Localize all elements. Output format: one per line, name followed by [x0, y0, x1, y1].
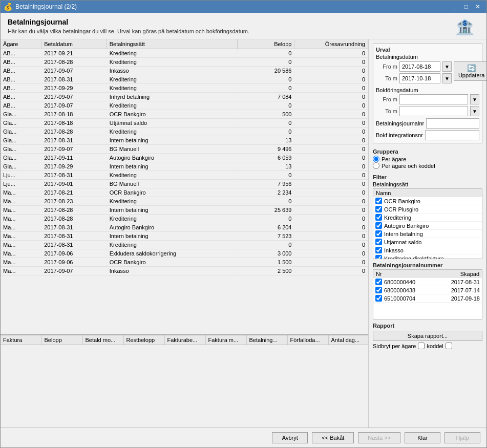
- nästa-button[interactable]: Nästa >>: [358, 432, 400, 443]
- cell-oresavrundning: 0: [294, 206, 368, 215]
- table-row[interactable]: Gla... 2017-08-28 Kreditering 0 0: [1, 127, 368, 136]
- cell-agare: AB...: [1, 93, 41, 101]
- cell-betalningssatt: Kreditering: [107, 58, 237, 67]
- table-row[interactable]: AB... 2017-08-28 Kreditering 0 0: [1, 58, 368, 67]
- betalningsdatum-tom-dropdown[interactable]: ▼: [442, 73, 452, 83]
- table-row[interactable]: AB... 2017-09-07 Kreditering 0 0: [1, 101, 368, 110]
- table-row[interactable]: Ma... 2017-08-31 Kreditering 0 0: [1, 241, 368, 249]
- table-row[interactable]: Ma... 2017-09-07 Inkasso 2 500 0: [1, 267, 368, 275]
- table-row[interactable]: Ma... 2017-08-31 Intern betalning 7 523 …: [1, 232, 368, 241]
- close-button[interactable]: ✕: [472, 3, 483, 10]
- cell-betalningssatt: Kreditering: [107, 215, 237, 223]
- table-row[interactable]: Gla... 2017-08-18 Utjämnat saldo 0 0: [1, 119, 368, 127]
- avbryt-button[interactable]: Avbryt: [272, 432, 308, 443]
- bokforingsdatum-from-input[interactable]: [399, 94, 468, 104]
- cell-betalningssatt: OCR Bankgiro: [107, 110, 237, 119]
- filter-item-checkbox[interactable]: [375, 255, 382, 259]
- cell-oresavrundning: 0: [294, 197, 368, 206]
- cell-agare: AB...: [1, 101, 41, 110]
- bokforingsdatum-tom-dropdown[interactable]: ▼: [470, 106, 479, 116]
- cell-belopp: 0: [237, 75, 294, 84]
- betalningsdatum-label: Betalningsdatum: [376, 54, 479, 60]
- cell-agare: Ma...: [1, 206, 41, 215]
- betalningsjournalnr-label: Betalningsjournalnr: [376, 120, 424, 126]
- cell-betaldatum: 2017-09-07: [41, 93, 107, 101]
- koddel-checkbox[interactable]: [446, 343, 452, 349]
- bakåt-button[interactable]: << Bakåt: [312, 432, 354, 443]
- betalningssatt-filter-label: Betalningssätt: [373, 181, 482, 187]
- bolfintegrationsnr-input[interactable]: [425, 130, 479, 140]
- update-btn-label: Uppdatera: [458, 72, 484, 78]
- table-row[interactable]: Ma... 2017-08-23 Kreditering 0 0: [1, 197, 368, 206]
- cell-betaldatum: 2017-08-31: [41, 223, 107, 232]
- table-row[interactable]: Gla... 2017-08-31 Intern betalning 13 0: [1, 136, 368, 145]
- cell-oresavrundning: 0: [294, 101, 368, 110]
- col-betalningssatt: Betalningssätt: [107, 39, 237, 49]
- cell-betaldatum: 2017-09-29: [41, 84, 107, 93]
- table-row[interactable]: Gla... 2017-08-18 OCR Bankgiro 500 0: [1, 110, 368, 119]
- table-row[interactable]: AB... 2017-09-07 Inkasso 20 586 0: [1, 67, 368, 75]
- gruppera-per-agare-radio[interactable]: [373, 156, 379, 162]
- update-button[interactable]: 🔄 Uppdatera: [454, 61, 486, 81]
- betalningsjournalnr-input[interactable]: [426, 118, 479, 129]
- cell-oresavrundning: 0: [294, 119, 368, 127]
- table-row[interactable]: Lju... 2017-09-01 BG Manuell 7 956 0: [1, 180, 368, 188]
- skapa-rapport-button[interactable]: Skapa rapport...: [373, 331, 482, 341]
- table-row[interactable]: AB... 2017-09-07 Inhyrd betalning 7 084 …: [1, 93, 368, 101]
- filter-item-checkbox[interactable]: [375, 247, 382, 253]
- gruppera-per-agare-koddel-radio[interactable]: [373, 162, 379, 169]
- cell-agare: Lju...: [1, 171, 41, 180]
- cell-agare: Gla...: [1, 154, 41, 162]
- betalningsdatum-tom-input[interactable]: [399, 73, 440, 83]
- table-row[interactable]: Gla... 2017-09-29 Intern betalning 13 0: [1, 162, 368, 171]
- table-row[interactable]: Lju... 2017-08-31 Kreditering 0 0: [1, 171, 368, 180]
- journal-item-checkbox[interactable]: [375, 279, 382, 285]
- hjälp-button[interactable]: Hjälp: [444, 432, 480, 443]
- minimize-button[interactable]: _: [451, 3, 460, 10]
- journal-col-skapad: Skapad: [460, 271, 479, 277]
- koddel-label: koddel: [427, 343, 443, 349]
- bottom-bar: Avbryt << Bakåt Nästa >> Klar Hjälp: [1, 428, 486, 447]
- filter-list-scroll[interactable]: OCR Bankgiro OCR Plusgiro Kreditering Au…: [373, 197, 482, 259]
- table-row[interactable]: Ma... 2017-09-06 Exkludera saldokorriger…: [1, 249, 368, 258]
- klar-button[interactable]: Klar: [405, 432, 440, 443]
- table-row[interactable]: Gla... 2017-09-07 BG Manuell 9 496 0: [1, 145, 368, 154]
- maximize-button[interactable]: □: [461, 3, 471, 10]
- urval-label: Urval: [376, 47, 479, 53]
- cell-oresavrundning: 0: [294, 154, 368, 162]
- lower-col-header: Förfalloda...: [287, 335, 328, 345]
- lower-table-container: FakturaBeloppBetald mo...RestbeloppFaktu…: [1, 335, 368, 428]
- table-row[interactable]: Ma... 2017-08-21 OCR Bankgiro 2 234 0: [1, 188, 368, 197]
- cell-belopp: 0: [237, 241, 294, 249]
- table-row[interactable]: AB... 2017-09-29 Kreditering 0 0: [1, 84, 368, 93]
- table-row[interactable]: AB... 2017-08-31 Kreditering 0 0: [1, 75, 368, 84]
- filter-item-name: Kreditering: [384, 215, 411, 221]
- betalningsdatum-from-dropdown[interactable]: ▼: [442, 61, 452, 72]
- table-row[interactable]: AB... 2017-09-21 Kreditering 0 0: [1, 49, 368, 58]
- filter-item-checkbox[interactable]: [375, 222, 382, 229]
- table-row[interactable]: Gla... 2017-09-11 Autogiro Bankgiro 6 05…: [1, 154, 368, 162]
- table-row[interactable]: Ma... 2017-08-28 Kreditering 0 0: [1, 215, 368, 223]
- cell-oresavrundning: 0: [294, 75, 368, 84]
- table-row[interactable]: Ma... 2017-09-06 OCR Bankgiro 1 500 0: [1, 258, 368, 267]
- journal-item-skapad: 2017-09-18: [451, 295, 480, 302]
- journal-item-checkbox[interactable]: [375, 287, 382, 293]
- table-row[interactable]: Ma... 2017-08-31 Autogiro Bankgiro 6 204…: [1, 223, 368, 232]
- betalningsdatum-from-input[interactable]: [399, 61, 440, 72]
- bokforingsdatum-tom-input[interactable]: [399, 106, 468, 116]
- journal-list-scroll[interactable]: 6800000440 2017-08-31 6800000438 2017-07…: [373, 278, 482, 319]
- filter-item-checkbox[interactable]: [375, 198, 382, 204]
- journal-item-checkbox[interactable]: [375, 295, 382, 302]
- filter-item-checkbox[interactable]: [375, 214, 382, 221]
- lower-table-scroll[interactable]: FakturaBeloppBetald mo...RestbeloppFaktu…: [1, 335, 368, 428]
- table-row[interactable]: Ma... 2017-08-28 Intern betalning 25 639…: [1, 206, 368, 215]
- upper-table-scroll[interactable]: Ägare Betaldatum Betalningssätt Belopp Ö…: [1, 39, 368, 334]
- cell-agare: Ma...: [1, 188, 41, 197]
- lower-col-header: Betalning...: [246, 335, 287, 345]
- filter-item-checkbox[interactable]: [375, 239, 382, 245]
- filter-item: OCR Bankgiro: [373, 197, 482, 205]
- bokforingsdatum-from-dropdown[interactable]: ▼: [470, 94, 479, 104]
- filter-item-checkbox[interactable]: [375, 206, 382, 212]
- filter-item-checkbox[interactable]: [375, 230, 382, 237]
- sidbryt-checkbox[interactable]: [418, 343, 425, 349]
